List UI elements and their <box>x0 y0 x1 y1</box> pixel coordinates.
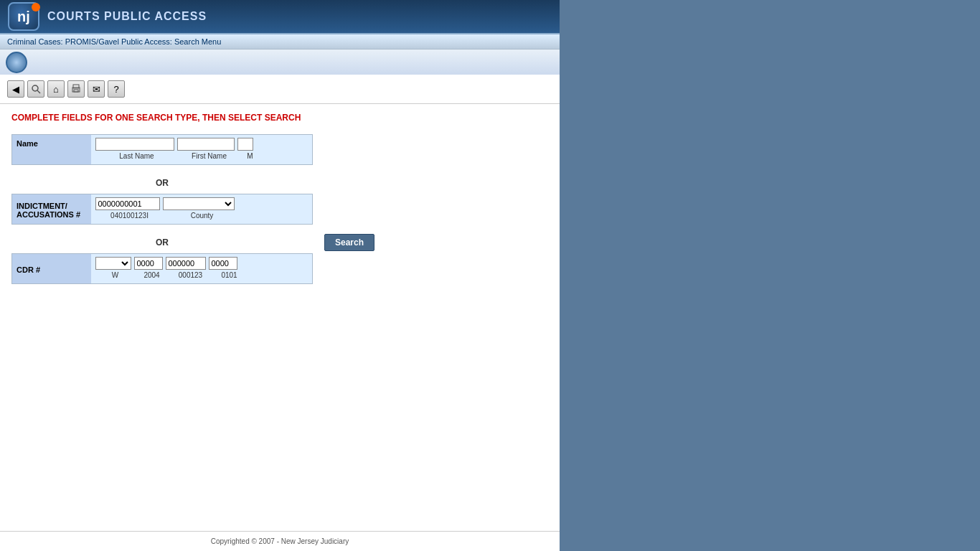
home-button[interactable]: ⌂ <box>47 80 65 98</box>
cdr-inputs: W A B C W 2004 000123 <box>91 254 313 284</box>
cdr-field3-input[interactable] <box>209 257 237 270</box>
site-title: COURTS PUBLIC ACCESS <box>47 10 207 23</box>
or-search-row: OR Search <box>11 232 456 253</box>
back-button[interactable]: ◀ <box>7 80 24 98</box>
nj-seal-graphic <box>6 52 27 73</box>
middle-initial-input[interactable] <box>237 138 253 151</box>
cdr-field3-sublabel: 0101 <box>213 271 246 279</box>
last-name-input[interactable] <box>95 138 174 151</box>
cdr-section: CDR # W A B C <box>11 253 548 284</box>
breadcrumb: Criminal Cases: PROMIS/Gavel Public Acce… <box>0 34 560 50</box>
cdr-field2-sublabel: 000123 <box>169 271 213 279</box>
zoom-button[interactable] <box>27 80 44 98</box>
county-sublabel: County <box>164 212 240 220</box>
header: nj COURTS PUBLIC ACCESS <box>0 0 560 34</box>
content: COMPLETE FIELDS FOR ONE SEARCH TYPE, THE… <box>0 104 560 517</box>
first-name-input[interactable] <box>177 138 235 151</box>
name-table: Name Last Name First Name M <box>11 134 313 165</box>
nj-seal-area <box>0 50 560 75</box>
or-divider-2: OR <box>11 232 313 253</box>
name-label: Name <box>12 135 91 165</box>
name-inputs: Last Name First Name M <box>91 135 313 165</box>
email-button[interactable]: ✉ <box>88 80 105 98</box>
indictment-label: INDICTMENT/ ACCUSATIONS # <box>12 194 91 225</box>
svg-rect-4 <box>74 90 78 92</box>
svg-line-1 <box>37 90 40 93</box>
cdr-field1-input[interactable] <box>134 257 163 270</box>
cdr-label: CDR # <box>12 254 91 284</box>
help-button[interactable]: ? <box>108 80 125 98</box>
nj-logo: nj <box>6 1 42 32</box>
indictment-number-input[interactable] <box>95 197 160 210</box>
print-button[interactable] <box>67 80 85 98</box>
indictment-inputs: Atlantic Bergen Burlington Camden Essex … <box>91 194 313 225</box>
search-button[interactable]: Search <box>324 234 374 251</box>
orange-dot <box>32 3 40 11</box>
last-name-sublabel: Last Name <box>95 152 179 160</box>
copyright-text: Copyrighted © 2007 - New Jersey Judiciar… <box>211 537 349 545</box>
toolbar: ◀ ⌂ ✉ ? <box>0 75 560 104</box>
first-name-sublabel: First Name <box>179 152 240 160</box>
cdr-county-sublabel: W <box>95 271 136 279</box>
cdr-county-select[interactable]: W A B C <box>95 257 131 270</box>
right-panel <box>560 0 980 551</box>
footer: Copyrighted © 2007 - New Jersey Judiciar… <box>0 531 560 551</box>
middle-sublabel: M <box>240 152 260 160</box>
cdr-field1-sublabel: 2004 <box>136 271 169 279</box>
cdr-table: CDR # W A B C <box>11 253 313 284</box>
name-section: Name Last Name First Name M <box>11 134 548 165</box>
indictment-section: INDICTMENT/ ACCUSATIONS # Atlantic Berge… <box>11 194 548 225</box>
cdr-field2-input[interactable] <box>166 257 206 270</box>
or-divider-1: OR <box>11 172 313 194</box>
breadcrumb-text: Criminal Cases: PROMIS/Gavel Public Acce… <box>7 37 221 46</box>
indictment-number-sublabel: 040100123I <box>95 212 164 220</box>
indictment-table: INDICTMENT/ ACCUSATIONS # Atlantic Berge… <box>11 194 313 225</box>
svg-point-0 <box>32 85 38 91</box>
county-select[interactable]: Atlantic Bergen Burlington Camden Essex … <box>163 197 235 210</box>
logo-text: nj <box>17 9 30 25</box>
instruction-text: COMPLETE FIELDS FOR ONE SEARCH TYPE, THE… <box>11 113 548 123</box>
